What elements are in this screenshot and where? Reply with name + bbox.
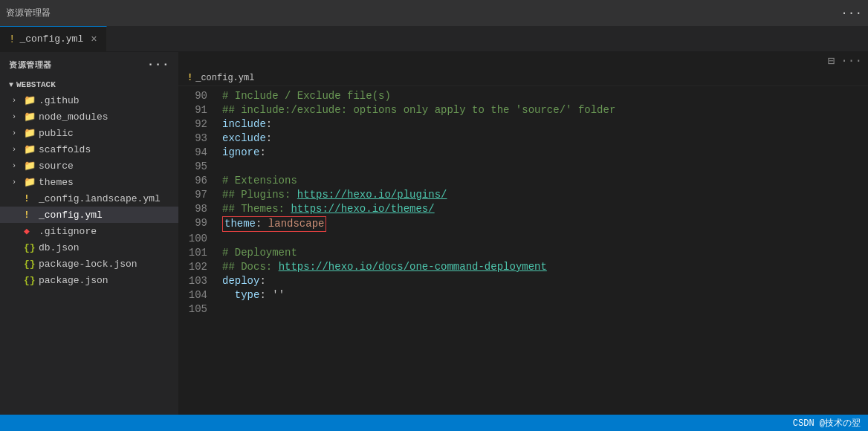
sidebar-item-public[interactable]: › 📁 public — [0, 125, 178, 141]
diamond-icon: ◆ — [24, 225, 36, 237]
line-number: 96 — [178, 174, 219, 188]
sidebar-item-config-landscape[interactable]: › ! _config.landscape.yml — [0, 190, 178, 207]
line-number: 90 — [178, 89, 219, 103]
line-content: # Extensions — [219, 174, 868, 188]
sidebar-item-themes[interactable]: › 📁 themes — [0, 174, 178, 190]
folder-icon: 📁 — [24, 111, 36, 123]
watermark-text: CSDN @技术の翌 — [793, 417, 861, 430]
folder-icon: 📁 — [24, 160, 36, 172]
line-content: ignore: — [219, 146, 868, 160]
item-label: public — [39, 128, 74, 139]
code-line-102: 102 ## Docs: https://hexo.io/docs/one-co… — [178, 260, 868, 274]
code-line-95: 95 — [178, 160, 868, 174]
line-number: 102 — [178, 260, 219, 274]
item-label: themes — [39, 177, 74, 188]
status-bar: CSDN @技术の翌 — [0, 415, 868, 431]
line-content: exclude: — [219, 132, 868, 146]
tab-label: _config.yml — [19, 33, 83, 45]
item-label: package.json — [39, 275, 108, 286]
line-number: 101 — [178, 246, 219, 260]
line-number: 100 — [178, 232, 219, 246]
line-number: 93 — [178, 132, 219, 146]
tab-close-button[interactable]: × — [91, 33, 97, 45]
more-actions-icon[interactable]: ··· — [841, 54, 862, 68]
chevron-right-icon: › — [12, 178, 24, 187]
line-number: 99 — [178, 216, 219, 230]
folder-icon: 📁 — [24, 176, 36, 188]
chevron-right-icon: › — [12, 113, 24, 121]
line-content: include: — [219, 117, 868, 132]
sidebar-item-db-json[interactable]: › {} db.json — [0, 239, 178, 256]
line-content: theme: landscape — [219, 216, 868, 232]
title-bar-label: 资源管理器 — [6, 7, 51, 19]
title-bar-more-icon[interactable]: ··· — [841, 7, 862, 20]
code-line-93: 93 exclude: — [178, 132, 868, 146]
folder-icon: 📁 — [24, 127, 36, 139]
item-label: _config.yml — [39, 210, 103, 221]
warning-icon: ! — [24, 193, 36, 204]
code-line-99: 99 theme: landscape — [178, 216, 868, 232]
editor-area: ⊟ ··· ! _config.yml 90 # Include / Exclu… — [178, 52, 868, 415]
editor-toolbar: ⊟ ··· — [178, 52, 868, 70]
item-label: source — [39, 161, 74, 172]
sidebar-item-node-modules[interactable]: › 📁 node_modules — [0, 108, 178, 125]
tab-warning-icon: ! — [9, 33, 15, 45]
split-editor-icon[interactable]: ⊟ — [828, 54, 835, 68]
line-number: 95 — [178, 160, 219, 174]
line-number: 97 — [178, 188, 219, 202]
line-content: ## Themes: https://hexo.io/themes/ — [219, 202, 868, 216]
line-number: 104 — [178, 288, 219, 302]
sidebar-item-github[interactable]: › 📁 .github — [0, 92, 178, 108]
code-line-98: 98 ## Themes: https://hexo.io/themes/ — [178, 202, 868, 216]
sidebar-header: 资源管理器 ··· — [0, 52, 178, 77]
sidebar-more-icon[interactable]: ··· — [147, 58, 169, 71]
brace-icon: {} — [24, 259, 36, 270]
line-content: ## Plugins: https://hexo.io/plugins/ — [219, 188, 868, 202]
line-content: # Deployment — [219, 246, 868, 260]
item-label: .github — [39, 95, 80, 106]
line-content: ## Docs: https://hexo.io/docs/one-comman… — [219, 260, 868, 274]
line-number: 103 — [178, 274, 219, 288]
item-label: scaffolds — [39, 144, 91, 155]
line-content: # Include / Exclude file(s) — [219, 89, 868, 103]
code-line-105: 105 — [178, 302, 868, 317]
tree-root-webstack[interactable]: ▼ WEBSTACK — [0, 77, 178, 92]
code-editor[interactable]: 90 # Include / Exclude file(s) 91 ## inc… — [178, 86, 868, 415]
line-content: ## include:/exclude: options only apply … — [219, 103, 868, 117]
breadcrumb: ! _config.yml — [178, 70, 868, 86]
tab-config-yml[interactable]: ! _config.yml × — [0, 26, 107, 51]
sidebar-item-package-lock[interactable]: › {} package-lock.json — [0, 256, 178, 272]
sidebar-title: 资源管理器 — [9, 59, 52, 71]
title-bar: 资源管理器 ··· — [0, 0, 868, 26]
brace-icon: {} — [24, 275, 36, 286]
folder-icon: 📁 — [24, 94, 36, 106]
breadcrumb-warning-icon: ! — [187, 73, 192, 83]
line-number: 94 — [178, 146, 219, 160]
code-line-100: 100 — [178, 232, 868, 246]
sidebar-item-scaffolds[interactable]: › 📁 scaffolds — [0, 141, 178, 158]
code-line-97: 97 ## Plugins: https://hexo.io/plugins/ — [178, 188, 868, 202]
tab-bar: ! _config.yml × — [0, 26, 868, 52]
line-number: 105 — [178, 302, 219, 317]
warning-icon: ! — [24, 210, 36, 221]
chevron-down-icon: ▼ — [9, 81, 13, 89]
main-layout: 资源管理器 ··· ▼ WEBSTACK › 📁 .github › — [0, 52, 868, 415]
item-label: _config.landscape.yml — [39, 193, 161, 204]
code-line-96: 96 # Extensions — [178, 174, 868, 188]
code-line-92: 92 include: — [178, 117, 868, 132]
sidebar-item-source[interactable]: › 📁 source — [0, 158, 178, 174]
line-number: 91 — [178, 103, 219, 117]
brace-icon: {} — [24, 242, 36, 253]
sidebar-item-config-yml[interactable]: › ! _config.yml — [0, 207, 178, 223]
item-label: .gitignore — [39, 226, 97, 237]
sidebar-item-gitignore[interactable]: › ◆ .gitignore — [0, 223, 178, 239]
sidebar-tree: ▼ WEBSTACK › 📁 .github › 📁 node_modules … — [0, 77, 178, 415]
line-number: 92 — [178, 117, 219, 132]
item-label: db.json — [39, 242, 80, 253]
line-number: 98 — [178, 202, 219, 216]
line-content: type: '' — [219, 288, 868, 302]
item-label: node_modules — [39, 111, 108, 123]
sidebar: 资源管理器 ··· ▼ WEBSTACK › 📁 .github › — [0, 52, 178, 415]
folder-icon: 📁 — [24, 143, 36, 155]
sidebar-item-package-json[interactable]: › {} package.json — [0, 272, 178, 288]
